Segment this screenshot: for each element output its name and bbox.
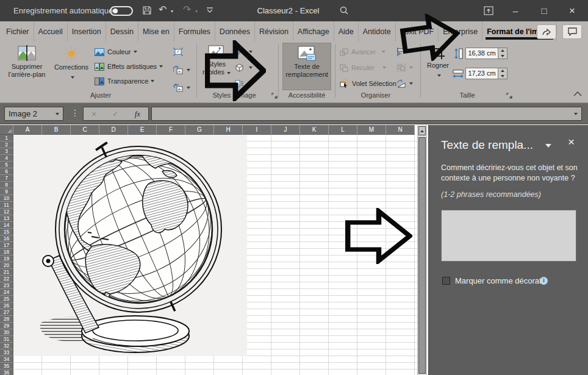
row-header[interactable]: 36 bbox=[0, 370, 13, 375]
rotate-objects-button[interactable] bbox=[396, 77, 413, 90]
autosave-toggle[interactable] bbox=[110, 6, 133, 16]
bring-forward-button[interactable]: Avancer bbox=[340, 45, 396, 59]
save-icon[interactable] bbox=[142, 5, 152, 15]
ribbon-tab[interactable]: Accueil bbox=[34, 21, 68, 41]
picture-layout-button[interactable] bbox=[235, 77, 253, 90]
ribbon-tab[interactable]: Mise en bbox=[138, 21, 174, 41]
ribbon-tab[interactable]: Formules bbox=[174, 21, 215, 41]
height-decrement-button[interactable] bbox=[498, 54, 507, 59]
row-header[interactable]: 18 bbox=[0, 249, 13, 255]
cancel-entry-button[interactable]: × bbox=[91, 109, 96, 119]
column-header[interactable]: I bbox=[243, 125, 271, 135]
close-button[interactable]: × bbox=[563, 5, 581, 17]
collapse-ribbon-icon[interactable] bbox=[573, 91, 582, 96]
column-header[interactable]: J bbox=[271, 125, 300, 135]
row-header[interactable]: 26 bbox=[0, 302, 13, 309]
selected-picture[interactable] bbox=[13, 135, 247, 356]
column-header[interactable]: M bbox=[357, 125, 386, 135]
formula-input[interactable] bbox=[151, 107, 582, 121]
selection-pane-button[interactable]: Volet Sélection bbox=[340, 77, 396, 90]
change-picture-button[interactable] bbox=[173, 63, 190, 77]
ribbon-tab[interactable]: Données bbox=[215, 21, 255, 41]
column-header[interactable]: B bbox=[42, 125, 71, 135]
row-header[interactable]: 12 bbox=[0, 209, 13, 215]
width-increment-button[interactable] bbox=[498, 68, 507, 74]
ribbon-tab[interactable]: Révision bbox=[255, 21, 293, 41]
pane-options-dropdown-icon[interactable] bbox=[545, 144, 551, 148]
column-header[interactable]: K bbox=[300, 125, 329, 135]
confirm-entry-button[interactable]: ✓ bbox=[112, 109, 119, 118]
send-backward-button[interactable]: Reculer bbox=[340, 61, 396, 74]
ribbon-tab[interactable]: Aide bbox=[334, 21, 359, 41]
row-header[interactable]: 20 bbox=[0, 262, 13, 269]
row-header[interactable]: 7 bbox=[0, 175, 13, 182]
maximize-button[interactable]: □ bbox=[535, 5, 553, 17]
column-header[interactable]: E bbox=[128, 125, 157, 135]
redo-dropdown-icon[interactable]: ▾ bbox=[195, 9, 198, 14]
comments-button[interactable] bbox=[562, 24, 582, 39]
pane-close-icon[interactable]: × bbox=[568, 135, 575, 149]
corrections-button[interactable]: Corrections bbox=[52, 44, 90, 80]
qat-customize-icon[interactable] bbox=[206, 7, 213, 13]
row-header[interactable]: 17 bbox=[0, 242, 13, 249]
share-button[interactable] bbox=[537, 24, 556, 39]
redo-button[interactable]: ↷ bbox=[183, 5, 191, 15]
picture-styles-dialog-launcher-icon[interactable] bbox=[271, 93, 278, 99]
info-icon[interactable]: i bbox=[540, 277, 548, 285]
quick-styles-button[interactable]: Styles rapides bbox=[201, 44, 232, 76]
insert-function-button[interactable]: fx bbox=[135, 109, 140, 119]
shape-width-field[interactable]: 17,23 cm bbox=[465, 68, 498, 79]
picture-effects-button[interactable] bbox=[235, 61, 253, 74]
scrollbar-thumb[interactable] bbox=[418, 137, 426, 374]
row-header[interactable]: 9 bbox=[0, 188, 13, 195]
row-header[interactable]: 5 bbox=[0, 162, 13, 168]
row-header[interactable]: 4 bbox=[0, 155, 13, 162]
column-header[interactable]: G bbox=[185, 125, 214, 135]
minimize-button[interactable]: – bbox=[506, 5, 525, 17]
undo-dropdown-icon[interactable]: ▾ bbox=[171, 9, 173, 14]
alt-text-button[interactable]: Texte de remplacement bbox=[282, 43, 331, 90]
scroll-up-button[interactable] bbox=[418, 126, 426, 135]
row-header[interactable]: 35 bbox=[0, 363, 13, 370]
column-header[interactable]: H bbox=[214, 125, 243, 135]
transparency-menu-button[interactable]: Transparence bbox=[95, 74, 163, 88]
column-header[interactable]: C bbox=[71, 125, 99, 135]
height-increment-button[interactable] bbox=[498, 48, 507, 54]
color-menu-button[interactable]: Couleur bbox=[95, 45, 163, 59]
row-header[interactable]: 23 bbox=[0, 282, 13, 289]
column-header[interactable]: L bbox=[329, 125, 357, 135]
row-header[interactable]: 16 bbox=[0, 235, 13, 242]
row-header[interactable]: 1 bbox=[0, 135, 13, 141]
column-header[interactable]: D bbox=[99, 125, 128, 135]
row-header[interactable]: 28 bbox=[0, 316, 13, 323]
row-header[interactable]: 3 bbox=[0, 148, 13, 155]
decorative-checkbox[interactable] bbox=[442, 277, 450, 285]
ribbon-display-options-icon[interactable] bbox=[484, 6, 493, 15]
ribbon-tab[interactable]: Affichage bbox=[293, 21, 334, 41]
ribbon-tab[interactable]: Fichier bbox=[0, 21, 34, 41]
width-decrement-button[interactable] bbox=[498, 74, 507, 79]
name-box[interactable]: Image 2 bbox=[4, 107, 63, 121]
column-header[interactable]: F bbox=[157, 125, 185, 135]
ribbon-tab[interactable]: Antidote bbox=[359, 21, 396, 41]
row-header[interactable]: 2 bbox=[0, 141, 13, 148]
row-header[interactable]: 10 bbox=[0, 195, 13, 202]
row-header[interactable]: 29 bbox=[0, 323, 13, 329]
row-header[interactable]: 34 bbox=[0, 356, 13, 363]
artistic-effects-menu-button[interactable]: Effets artistiques bbox=[95, 60, 163, 73]
row-header[interactable]: 19 bbox=[0, 255, 13, 262]
align-objects-button[interactable] bbox=[396, 45, 413, 59]
row-header[interactable]: 8 bbox=[0, 182, 13, 188]
row-header[interactable]: 31 bbox=[0, 336, 13, 343]
column-header[interactable]: N bbox=[386, 125, 415, 135]
vertical-scrollbar[interactable] bbox=[417, 125, 427, 375]
shape-height-field[interactable]: 16,38 cm bbox=[465, 48, 498, 59]
row-header[interactable]: 14 bbox=[0, 222, 13, 229]
select-all-corner[interactable] bbox=[0, 125, 13, 135]
search-icon[interactable] bbox=[339, 5, 349, 15]
ribbon-tab[interactable]: Dessin bbox=[106, 21, 138, 41]
picture-border-button[interactable] bbox=[235, 45, 253, 59]
undo-button[interactable]: ↶ bbox=[159, 5, 167, 15]
row-header[interactable]: 15 bbox=[0, 229, 13, 235]
row-header[interactable]: 30 bbox=[0, 329, 13, 336]
